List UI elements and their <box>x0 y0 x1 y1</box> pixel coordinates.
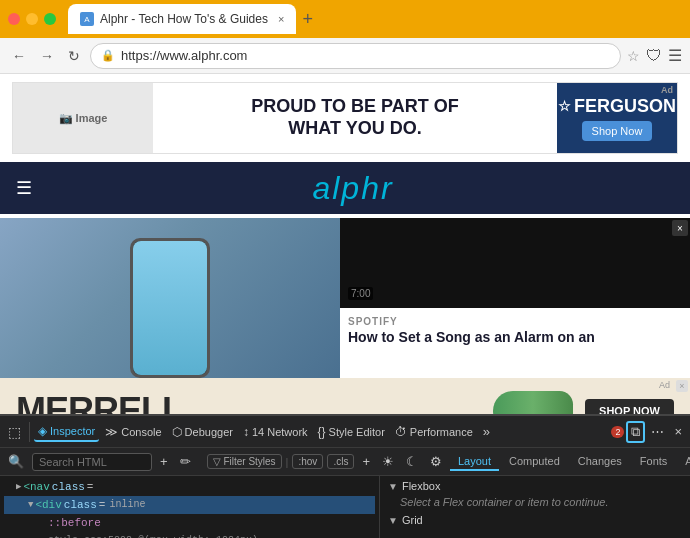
layout-icon: ⧉ <box>631 424 640 440</box>
grid-title: Grid <box>402 514 423 526</box>
flexbox-arrow[interactable]: ▼ <box>388 481 398 492</box>
article-category: SPOTIFY <box>348 316 682 327</box>
performance-icon: ⏱ <box>395 425 407 439</box>
style-editor-tab[interactable]: {} Style Editor <box>314 423 389 441</box>
tab-close-button[interactable]: × <box>278 13 284 25</box>
close-icon: × <box>674 424 682 439</box>
search-html-input[interactable] <box>32 453 152 471</box>
add-node-button[interactable]: + <box>156 452 172 471</box>
tab-anim[interactable]: Anim <box>677 453 690 471</box>
chevron-right-icon: » <box>483 424 490 439</box>
pick-element-icon: ⬚ <box>8 424 21 440</box>
class-filter-button[interactable]: .cls <box>327 454 354 469</box>
html-line-3: ::before <box>4 514 375 532</box>
shop-now-button[interactable]: Shop Now <box>582 121 653 141</box>
tab-layout[interactable]: Layout <box>450 453 499 471</box>
minimize-window-button[interactable] <box>26 13 38 25</box>
alphr-header: ☰ alphr <box>0 162 690 214</box>
maximize-window-button[interactable] <box>44 13 56 25</box>
merrell-ad: MERRELL SHOP NOW Ad × <box>0 378 690 414</box>
screenshot-button[interactable]: ✏ <box>176 452 195 471</box>
hover-filter-button[interactable]: :hov <box>292 454 323 469</box>
ad-banner: 📷 Image PROUD TO BE PART OF WHAT YOU DO.… <box>12 82 678 154</box>
article-title: How to Set a Song as an Alarm on an <box>348 329 682 346</box>
filter-styles-button[interactable]: ▽ Filter Styles <box>207 454 282 469</box>
devtools-panel: ⬚ ◈ Inspector ≫ Console ⬡ Debugger ↕ 14 … <box>0 414 690 538</box>
flexbox-info-text: Select a Flex container or item to conti… <box>388 496 682 508</box>
ad-corner-close[interactable]: × <box>676 380 688 392</box>
tab-fonts[interactable]: Fonts <box>632 453 676 471</box>
tab-title: Alphr - Tech How To's & Guides <box>100 12 268 26</box>
merrell-brand: MERRELL <box>16 390 183 414</box>
article-right: ▶ 7:00 × SPOTIFY How to Set a Song as an… <box>340 218 690 378</box>
search-html-icon[interactable]: 🔍 <box>4 452 28 471</box>
refresh-button[interactable]: ↻ <box>64 46 84 66</box>
html-line-4: style.css:5898 @(max-width: 1024px) <box>4 532 375 538</box>
grid-arrow[interactable]: ▼ <box>388 515 398 526</box>
tab-favicon: A <box>80 12 94 26</box>
error-count: 2 <box>615 427 620 437</box>
network-label: 14 Network <box>252 426 308 438</box>
time-display: 7:00 <box>348 287 373 300</box>
ad-corner-label: Ad <box>659 380 670 390</box>
merrell-right: SHOP NOW <box>493 391 674 414</box>
network-tab[interactable]: ↕ 14 Network <box>239 423 312 441</box>
article-grid: ▶ 7:00 × SPOTIFY How to Set a Song as an… <box>0 218 690 378</box>
forward-button[interactable]: → <box>36 46 58 66</box>
active-tab[interactable]: A Alphr - Tech How To's & Guides × <box>68 4 296 34</box>
error-badge: 2 <box>611 426 624 438</box>
flexbox-section: ▼ Flexbox <box>388 480 682 492</box>
ad-banner-right: ☆ FERGUSON Shop Now <box>557 83 677 153</box>
settings-button[interactable]: ⚙ <box>426 452 446 471</box>
hamburger-menu-icon[interactable]: ☰ <box>16 177 32 199</box>
light-mode-button[interactable]: ☀ <box>378 452 398 471</box>
dark-mode-button[interactable]: ☾ <box>402 452 422 471</box>
filter-icon: ▽ <box>213 456 221 467</box>
collapse-triangle-1[interactable]: ▶ <box>16 478 21 496</box>
console-label: Console <box>121 426 161 438</box>
tab-computed[interactable]: Computed <box>501 453 568 471</box>
devtools-second-row: 🔍 + ✏ ▽ Filter Styles | :hov .cls + ☀ ☾ … <box>0 448 690 476</box>
moon-icon: ☾ <box>406 454 418 469</box>
screenshot-icon: ✏ <box>180 454 191 469</box>
add-class-button[interactable]: + <box>358 452 374 471</box>
back-button[interactable]: ← <box>8 46 30 66</box>
html-panel: ▶ <nav class= ▼ <div class= inline ::bef… <box>0 476 380 538</box>
shop-now-merrell-button[interactable]: SHOP NOW <box>585 399 674 414</box>
search-icon: 🔍 <box>8 454 24 469</box>
ad-banner-image: 📷 Image <box>13 83 153 153</box>
shield-icon[interactable]: 🛡 <box>646 47 662 65</box>
inspector-tab[interactable]: ◈ Inspector <box>34 422 99 442</box>
more-devtools-button[interactable]: ⋯ <box>647 422 668 441</box>
ellipsis-icon: ⋯ <box>651 424 664 439</box>
bookmark-button[interactable]: ☆ <box>627 48 640 64</box>
close-window-button[interactable] <box>8 13 20 25</box>
inspector-label: Inspector <box>50 425 95 437</box>
tab-bar: A Alphr - Tech How To's & Guides × + <box>68 4 682 34</box>
responsive-layout-button[interactable]: ⧉ <box>626 421 645 443</box>
phone-screen <box>133 241 207 375</box>
console-icon: ≫ <box>105 425 118 439</box>
url-bar[interactable]: 🔒 https://www.alphr.com <box>90 43 621 69</box>
inspector-pick-button[interactable]: ⬚ <box>4 422 25 442</box>
tab-changes[interactable]: Changes <box>570 453 630 471</box>
flexbox-title: Flexbox <box>402 480 441 492</box>
debugger-tab[interactable]: ⬡ Debugger <box>168 423 237 441</box>
console-tab[interactable]: ≫ Console <box>101 423 165 441</box>
grid-section: ▼ Grid <box>388 514 682 526</box>
more-tools-button[interactable]: » <box>479 422 494 441</box>
filter-separator: | <box>286 456 289 468</box>
html-line-1: ▶ <nav class= <box>4 478 375 496</box>
style-editor-label: Style Editor <box>329 426 385 438</box>
filter-label: Filter Styles <box>223 456 275 467</box>
performance-tab[interactable]: ⏱ Performance <box>391 423 477 441</box>
layout-panel-tabs: Layout Computed Changes Fonts Anim <box>450 453 690 471</box>
article-close-button[interactable]: × <box>672 220 688 236</box>
collapse-triangle-2[interactable]: ▼ <box>28 496 33 514</box>
debugger-icon: ⬡ <box>172 425 182 439</box>
inspector-icon: ◈ <box>38 424 47 438</box>
close-devtools-button[interactable]: × <box>670 422 686 441</box>
menu-icon[interactable]: ☰ <box>668 46 682 65</box>
devtools-content: ▶ <nav class= ▼ <div class= inline ::bef… <box>0 476 690 538</box>
new-tab-button[interactable]: + <box>296 9 319 30</box>
